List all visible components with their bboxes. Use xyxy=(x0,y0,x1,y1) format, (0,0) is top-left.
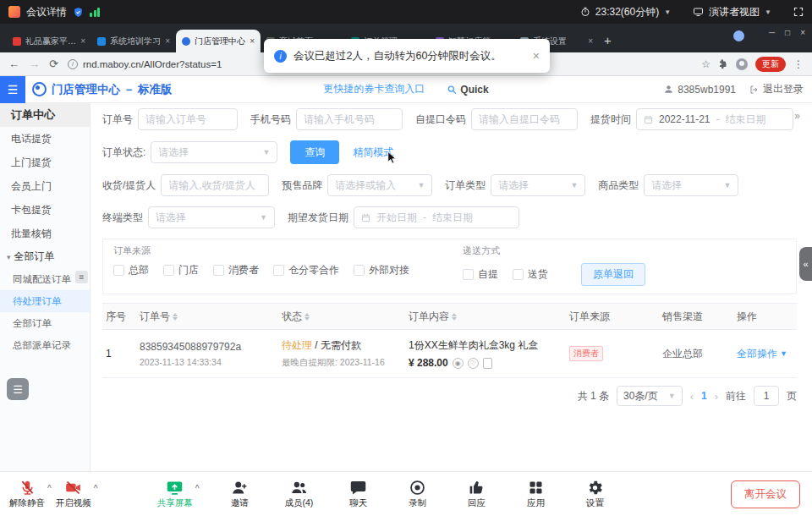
forward-icon[interactable]: → xyxy=(29,58,40,69)
bookmark-star-icon[interactable]: ☆ xyxy=(701,58,710,70)
browser-tab[interactable]: 系统培训学习 × xyxy=(91,30,176,52)
original-return-button[interactable]: 原单退回 xyxy=(581,263,645,286)
sidebar-group-all-orders[interactable]: ▾ 全部订单 xyxy=(0,245,90,268)
sidebar-item-batch-verify[interactable]: 批量核销 xyxy=(0,222,90,245)
back-icon[interactable]: ← xyxy=(8,58,19,69)
sidebar-section-order-center[interactable]: 订单中心 xyxy=(0,103,90,127)
tab-close-icon[interactable]: × xyxy=(250,36,255,46)
tab-close-icon[interactable]: × xyxy=(588,36,593,46)
coupon-query-link[interactable]: 更快捷的券卡查询入口 xyxy=(323,82,425,96)
mute-options-caret[interactable]: ^ xyxy=(47,484,52,493)
quick-search-button[interactable]: Quick xyxy=(447,84,488,96)
new-tab-button[interactable]: + xyxy=(604,33,612,47)
sidebar-item-door-pickup[interactable]: 上门提货 xyxy=(0,151,90,174)
window-close-icon[interactable]: × xyxy=(800,28,805,37)
fullscreen-icon[interactable] xyxy=(793,7,804,17)
reload-icon[interactable]: ⟳ xyxy=(49,58,58,69)
timer-caret-icon[interactable]: ▼ xyxy=(664,8,671,16)
prev-page-icon[interactable]: ‹ xyxy=(690,390,694,403)
ship-start-date[interactable]: 开始日期 xyxy=(376,211,417,225)
browser-tab-active[interactable]: 门店管理中心 × xyxy=(176,30,261,52)
checkbox-external[interactable]: 外部对接 xyxy=(354,263,409,277)
checkbox-store[interactable]: 门店 xyxy=(163,263,199,277)
all-actions-dropdown[interactable]: 全部操作 ▼ xyxy=(737,347,797,361)
order-no-input[interactable] xyxy=(138,108,238,130)
checkbox-consumer[interactable]: 消费者 xyxy=(213,263,259,277)
checkbox-delivery[interactable]: 送货 xyxy=(513,267,548,282)
share-options-caret[interactable]: ^ xyxy=(195,484,200,493)
browser-tab[interactable]: 礼品赢家平台管理中心 × xyxy=(7,30,91,52)
browser-profile-icon[interactable] xyxy=(733,30,744,41)
record-button[interactable]: 录制 xyxy=(398,479,436,509)
sidebar-item-pending-orders[interactable]: 待处理订单 xyxy=(0,290,90,312)
collapse-filters-icon[interactable]: » xyxy=(794,110,800,122)
ship-end-date[interactable]: 结束日期 xyxy=(432,211,473,225)
logout-button[interactable]: 退出登录 xyxy=(749,82,804,96)
sidebar-item-phone-pickup[interactable]: 电话提货 xyxy=(0,127,90,151)
sort-icon[interactable] xyxy=(304,313,310,321)
meeting-timer[interactable]: 23:32(60分钟) xyxy=(595,5,659,19)
sidebar-item-card-pickup[interactable]: 卡包提货 xyxy=(0,198,90,222)
current-page[interactable]: 1 xyxy=(701,390,707,402)
side-panel-handle[interactable]: « xyxy=(799,247,812,281)
sort-icon[interactable] xyxy=(173,313,178,321)
window-minimize-icon[interactable]: ─ xyxy=(769,28,775,37)
per-page-select[interactable]: 30条/页 ▼ xyxy=(617,386,683,406)
order-no-label: 订单号 xyxy=(102,113,133,127)
col-order-no[interactable]: 订单号 xyxy=(136,310,278,324)
view-mode-caret-icon[interactable]: ▼ xyxy=(765,8,771,16)
pickup-end-date[interactable]: 结束日期 xyxy=(726,113,766,127)
apps-button[interactable]: 应用 xyxy=(517,479,554,509)
tab-close-icon[interactable]: × xyxy=(80,36,85,46)
checkbox-hq[interactable]: 总部 xyxy=(113,263,149,277)
tab-close-icon[interactable]: × xyxy=(165,36,170,46)
goto-page-input[interactable] xyxy=(754,386,779,406)
meeting-details-button[interactable]: 会议详情 xyxy=(26,5,67,19)
tab-favicon xyxy=(97,37,106,46)
invite-button[interactable]: 邀请 xyxy=(221,479,258,509)
presale-brand-select[interactable]: 请选择或输入 ▼ xyxy=(327,174,432,196)
submenu-pin-icon[interactable]: ≡ xyxy=(75,271,88,283)
col-status[interactable]: 状态 xyxy=(278,310,405,324)
order-type-select[interactable]: 请选择 ▼ xyxy=(491,174,585,196)
pickup-time-range[interactable]: 2022-11-21 - 结束日期 xyxy=(636,108,793,130)
menu-kebab-icon[interactable]: ⋮ xyxy=(793,58,804,70)
video-options-caret[interactable]: ^ xyxy=(94,484,98,493)
receiver-input[interactable] xyxy=(161,174,269,196)
extensions-icon[interactable] xyxy=(718,59,728,69)
reaction-button[interactable]: 回应 xyxy=(458,479,495,509)
terminal-type-select[interactable]: 请选择 ▼ xyxy=(148,206,275,228)
pickup-code-input[interactable] xyxy=(471,108,578,130)
floating-list-button[interactable]: ☰ xyxy=(7,378,29,400)
settings-button[interactable]: 设置 xyxy=(576,479,613,509)
sidebar-item-hq-dispatch[interactable]: 总部派单记录 xyxy=(0,334,90,356)
browser-update-button[interactable]: 更新 xyxy=(755,57,786,72)
chat-button[interactable]: 聊天 xyxy=(339,479,376,509)
user-account[interactable]: 8385wb1991 xyxy=(663,84,736,96)
simple-mode-link[interactable]: 精简模式 xyxy=(353,145,393,160)
sidebar-item-all-orders[interactable]: 全部订单 xyxy=(0,312,90,334)
phone-input[interactable] xyxy=(296,108,403,130)
ship-date-range[interactable]: 开始日期 - 结束日期 xyxy=(354,206,519,228)
site-info-icon[interactable]: i xyxy=(68,59,78,69)
col-content[interactable]: 订单内容 xyxy=(405,310,566,324)
share-screen-button[interactable]: 共享屏幕 xyxy=(156,479,194,509)
unmute-button[interactable]: 解除静音 xyxy=(8,479,46,509)
toast-close-icon[interactable]: × xyxy=(533,49,540,63)
sidebar-toggle-button[interactable]: ☰ xyxy=(0,76,25,103)
view-mode-selector[interactable]: 演讲者视图 xyxy=(709,5,760,19)
checkbox-warehouse-coop[interactable]: 仓分零合作 xyxy=(273,263,339,277)
checkbox-self-pickup[interactable]: 自提 xyxy=(463,267,498,282)
sort-icon[interactable] xyxy=(452,313,457,321)
search-button[interactable]: 查询 xyxy=(290,140,339,164)
goods-type-select[interactable]: 请选择 ▼ xyxy=(644,174,738,196)
leave-meeting-button[interactable]: 离开会议 xyxy=(731,480,800,508)
window-maximize-icon[interactable]: □ xyxy=(785,28,790,37)
sidebar-item-member-visit[interactable]: 会员上门 xyxy=(0,174,90,198)
browser-avatar-icon[interactable] xyxy=(736,58,748,70)
order-status-select[interactable]: 请选择 ▼ xyxy=(151,141,277,163)
start-video-button[interactable]: 开启视频 xyxy=(55,479,92,509)
members-button[interactable]: 成员(4) xyxy=(280,479,317,509)
next-page-icon[interactable]: › xyxy=(715,390,718,403)
pickup-start-date[interactable]: 2022-11-21 xyxy=(659,113,710,125)
